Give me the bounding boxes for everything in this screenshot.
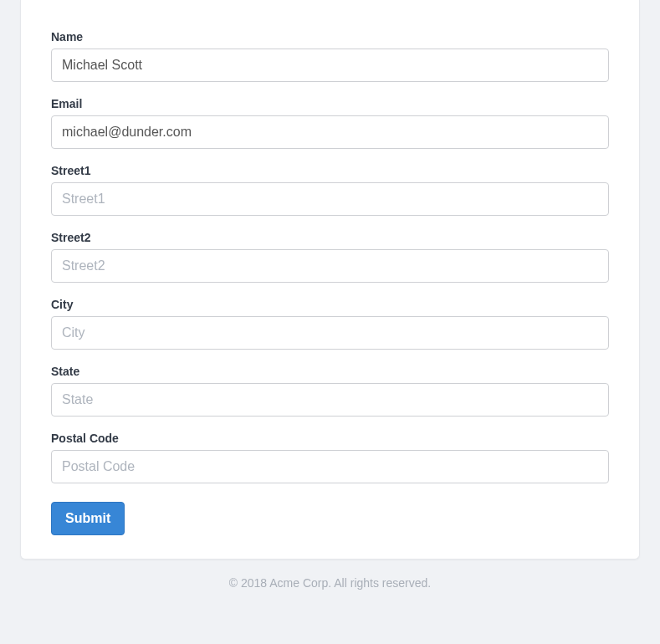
footer-text: © 2018 Acme Corp. All rights reserved. (0, 576, 660, 590)
street2-label: Street2 (51, 231, 609, 244)
form-card: Name Email Street1 Street2 City State Po… (20, 0, 640, 560)
form-group-street2: Street2 (51, 231, 609, 283)
postal-code-label: Postal Code (51, 432, 609, 445)
street2-input[interactable] (51, 249, 609, 283)
name-label: Name (51, 30, 609, 43)
state-label: State (51, 365, 609, 378)
form-group-city: City (51, 298, 609, 350)
street1-label: Street1 (51, 164, 609, 177)
user-form: Name Email Street1 Street2 City State Po… (51, 30, 609, 535)
form-group-email: Email (51, 97, 609, 149)
city-input[interactable] (51, 316, 609, 350)
city-label: City (51, 298, 609, 311)
form-group-state: State (51, 365, 609, 417)
state-input[interactable] (51, 383, 609, 417)
email-input[interactable] (51, 115, 609, 149)
street1-input[interactable] (51, 182, 609, 216)
email-label: Email (51, 97, 609, 110)
form-group-street1: Street1 (51, 164, 609, 216)
submit-button[interactable]: Submit (51, 502, 125, 535)
name-input[interactable] (51, 49, 609, 82)
form-group-name: Name (51, 30, 609, 82)
postal-code-input[interactable] (51, 450, 609, 483)
form-group-postal-code: Postal Code (51, 432, 609, 483)
